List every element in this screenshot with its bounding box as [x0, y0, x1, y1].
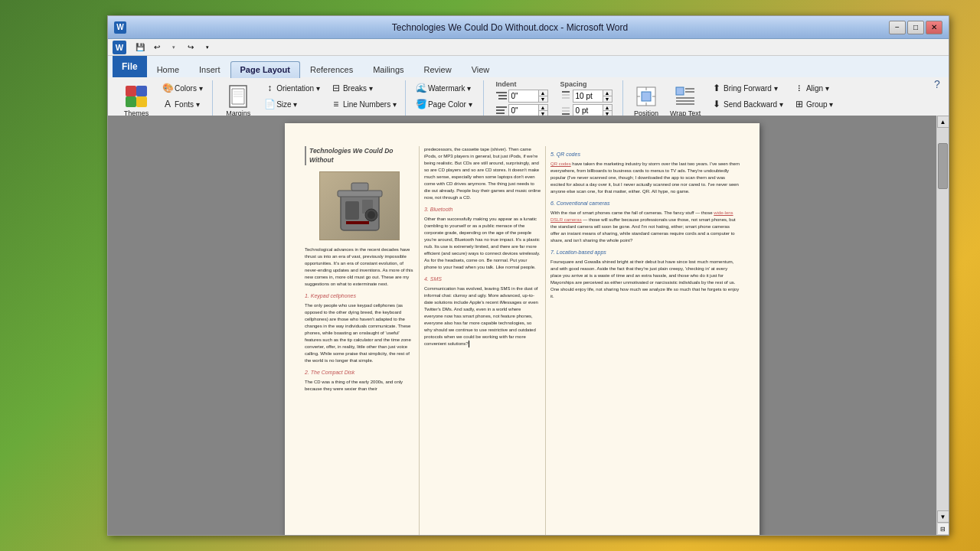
- linenumbers-button[interactable]: ≡ Line Numbers ▾: [327, 96, 400, 112]
- align-icon: ⫶: [794, 83, 805, 93]
- scroll-thumb[interactable]: [938, 143, 948, 189]
- indent-left-value: 0": [509, 92, 518, 100]
- undo-button[interactable]: ↩: [149, 41, 165, 54]
- indent-left-icon: [496, 91, 507, 102]
- scroll-track[interactable]: [937, 128, 949, 510]
- section3-title: 3. Bluetooth: [424, 206, 541, 214]
- indent-section: Indent 0": [496, 80, 548, 117]
- spacing-label: Spacing: [560, 80, 612, 88]
- tab-file[interactable]: File: [113, 56, 147, 77]
- tab-mailings[interactable]: Mailings: [363, 61, 413, 77]
- tab-insert[interactable]: Insert: [189, 61, 230, 77]
- themes-button[interactable]: Themes: [117, 80, 155, 120]
- undo-arrow: ▾: [166, 41, 181, 54]
- cd-body: predecessors, the cassette tape (shiver)…: [424, 146, 541, 201]
- pagecolor-button[interactable]: 🪣 Page Color ▾: [412, 96, 479, 112]
- indent-left-up[interactable]: ▲: [538, 90, 547, 96]
- section4-body: Communication has evolved, leaving SMS i…: [424, 285, 541, 347]
- spacing-before-icon: [560, 91, 571, 102]
- orientation-button[interactable]: ↕ Orientation ▾: [260, 80, 324, 96]
- ribbon-tabs: File Home Insert Page Layout References …: [108, 56, 949, 77]
- sendbackward-icon: ⬇: [711, 99, 722, 109]
- svg-rect-1: [136, 86, 147, 96]
- doc-column-mid: predecessors, the cassette tape (shiver)…: [419, 146, 545, 535]
- vertical-scrollbar[interactable]: ▲ ▼ ⊟: [936, 116, 949, 535]
- section6-body: With the rise of smart phones came the f…: [550, 210, 740, 244]
- section4-title: 4. SMS: [424, 276, 541, 283]
- arrange-col2: Wrap Text: [666, 80, 704, 120]
- spacing-before-down[interactable]: ▼: [603, 96, 612, 102]
- svg-rect-0: [126, 86, 136, 96]
- section5-title: 5. QR codes: [550, 151, 740, 158]
- customize-button[interactable]: ▾: [200, 41, 215, 54]
- doc-column-right: 5. QR codes QR codes have taken the mark…: [545, 146, 744, 535]
- spacing-before-row: 10 pt ▲ ▼: [560, 90, 612, 103]
- margins-button[interactable]: Margins: [219, 80, 257, 120]
- svg-rect-37: [338, 191, 382, 197]
- svg-point-43: [368, 211, 375, 219]
- theme-fonts-button[interactable]: A Fonts ▾: [158, 96, 207, 112]
- spacing-section: Spacing 10 pt: [560, 80, 612, 117]
- indent-right-up[interactable]: ▲: [538, 105, 547, 110]
- group-button[interactable]: ⊞ Group ▾: [790, 96, 838, 112]
- page-container: Technologies We Could Do Without: [108, 116, 936, 535]
- maximize-button[interactable]: □: [907, 21, 924, 34]
- section1-title: 1. Keypad cellphones: [305, 292, 414, 300]
- redo-button[interactable]: ↪: [183, 41, 198, 54]
- svg-rect-2: [126, 96, 136, 107]
- fonts-icon: A: [162, 99, 173, 109]
- watermark-icon: 🌊: [416, 83, 426, 93]
- section2-title: 2. The Compact Disk: [305, 369, 414, 377]
- tab-review[interactable]: Review: [414, 61, 462, 77]
- group-icon: ⊞: [794, 99, 805, 109]
- bringforward-button[interactable]: ⬆ Bring Forward ▾: [707, 80, 787, 96]
- tab-pagelayout[interactable]: Page Layout: [230, 61, 300, 78]
- close-button[interactable]: ✕: [926, 21, 942, 34]
- dslr-link: wide-lens DSLR cameras: [550, 210, 733, 222]
- scroll-down-button[interactable]: ▼: [937, 510, 949, 523]
- window-controls: − □ ✕: [889, 21, 942, 34]
- split-view-button[interactable]: ⊟: [937, 523, 949, 535]
- margins-icon: [224, 83, 252, 110]
- word-window: W Technologies We Could Do Without.docx …: [107, 15, 949, 536]
- align-button[interactable]: ⫶ Align ▾: [790, 80, 838, 96]
- text-cursor: [469, 341, 469, 347]
- wraptext-icon: [671, 83, 699, 110]
- spacing-after-up[interactable]: ▲: [603, 105, 612, 110]
- breaks-button[interactable]: ⊟ Breaks ▾: [327, 80, 400, 96]
- svg-rect-38: [351, 183, 368, 191]
- help-button[interactable]: ?: [929, 77, 946, 91]
- tab-references[interactable]: References: [300, 61, 363, 77]
- svg-rect-30: [676, 87, 684, 95]
- section2-body: The CD was a thing of the early 2000s, a…: [305, 379, 414, 393]
- section3-body: Other than successfully making you appea…: [424, 216, 541, 271]
- spacing-before-up[interactable]: ▲: [603, 90, 612, 96]
- theme-colors-button[interactable]: 🎨 Colors ▾: [158, 80, 207, 96]
- word-icon: W: [114, 21, 126, 34]
- wraptext-button[interactable]: Wrap Text: [666, 80, 704, 120]
- document-area: ▲ ▼ ⊟ Technologies We Could Do Without: [108, 116, 949, 535]
- position-button[interactable]: Position: [629, 80, 663, 120]
- bringforward-icon: ⬆: [711, 83, 722, 93]
- minimize-button[interactable]: −: [889, 21, 906, 34]
- scroll-up-button[interactable]: ▲: [937, 116, 949, 128]
- watermark-button[interactable]: 🌊 Watermark ▾: [412, 80, 479, 96]
- section7-title: 7. Location-based apps: [550, 249, 740, 256]
- tab-home[interactable]: Home: [147, 61, 189, 77]
- size-button[interactable]: 📄 Size ▾: [260, 96, 324, 112]
- quick-access-toolbar: W 💾 ↩ ▾ ↪ ▾: [108, 39, 949, 56]
- pagecolor-icon: 🪣: [416, 99, 426, 109]
- indent-right-value: 0": [509, 106, 518, 115]
- svg-rect-3: [136, 96, 147, 107]
- indent-left-down[interactable]: ▼: [538, 96, 547, 102]
- section1-body: The only people who use keypad cellphone…: [305, 302, 414, 364]
- doc-title: Technologies We Could Do Without: [305, 146, 414, 165]
- title-bar: W Technologies We Could Do Without.docx …: [108, 16, 949, 39]
- indent-right-icon: [496, 106, 507, 116]
- qr-link: QR codes: [550, 161, 571, 166]
- section6-title: 6. Conventional cameras: [550, 200, 740, 207]
- save-button[interactable]: 💾: [132, 41, 148, 54]
- tab-view[interactable]: View: [462, 61, 500, 77]
- sendbackward-button[interactable]: ⬇ Send Backward ▾: [707, 96, 787, 112]
- svg-rect-25: [642, 92, 651, 101]
